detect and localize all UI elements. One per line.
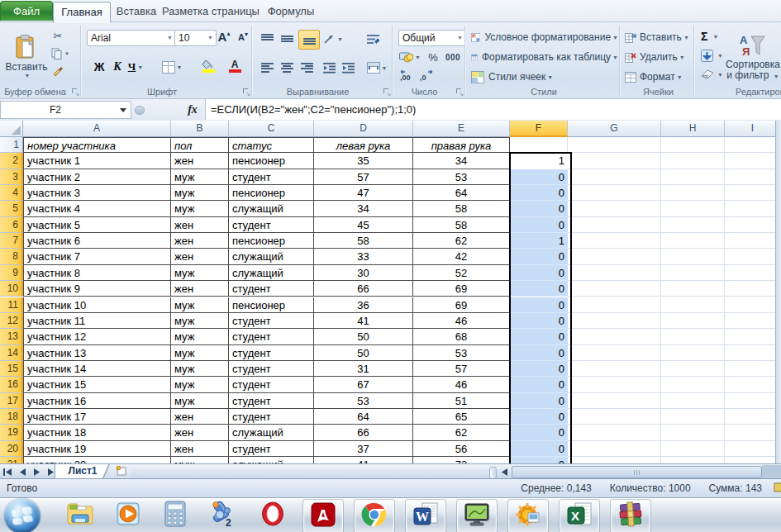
- cell-B16[interactable]: муж: [171, 377, 229, 392]
- cell-B12[interactable]: муж: [171, 313, 229, 329]
- excel-taskbar-button[interactable]: X: [560, 500, 599, 532]
- cell-I10[interactable]: [725, 281, 781, 297]
- cell-B11[interactable]: муж: [171, 297, 229, 313]
- cell-D16[interactable]: 67: [314, 377, 413, 392]
- cell-B8[interactable]: жен: [171, 249, 229, 264]
- cell-D2[interactable]: 35: [314, 153, 413, 169]
- cell-G5[interactable]: [568, 201, 661, 216]
- cell-I4[interactable]: [725, 185, 781, 201]
- paste-button[interactable]: Вставить ▼: [3, 26, 50, 86]
- cell-F11[interactable]: 0: [510, 297, 568, 313]
- cell-A1[interactable]: номер участника: [23, 137, 171, 153]
- cell-B9[interactable]: муж: [171, 265, 229, 281]
- shrink-font-button[interactable]: А ▾: [235, 30, 251, 45]
- cell-E11[interactable]: 69: [413, 297, 510, 313]
- cell-E21[interactable]: 73: [413, 457, 510, 463]
- cell-H18[interactable]: [661, 409, 725, 425]
- row-header-10[interactable]: 10: [0, 281, 23, 297]
- cut-button[interactable]: ✂: [50, 29, 65, 42]
- cell-E6[interactable]: 58: [413, 217, 510, 233]
- orientation-button[interactable]: ▼: [321, 31, 345, 46]
- row-header-6[interactable]: 6: [0, 217, 23, 233]
- formula-input[interactable]: =ЕСЛИ(И(B2="жен";C2="пенсионер");1;0): [205, 99, 781, 120]
- cell-A13[interactable]: участник 12: [23, 329, 171, 344]
- row-header-16[interactable]: 16: [0, 377, 23, 392]
- ribbon-tab-file[interactable]: Файл: [0, 1, 53, 21]
- row-header-1[interactable]: 1: [0, 137, 23, 153]
- cell-E9[interactable]: 52: [413, 265, 510, 281]
- bold-button[interactable]: Ж: [91, 59, 107, 74]
- increase-decimal-button[interactable]: ,00: [398, 68, 416, 83]
- tab-scroll-splitter[interactable]: [489, 467, 497, 479]
- cell-G7[interactable]: [568, 233, 661, 249]
- cell-C9[interactable]: служащий: [229, 265, 314, 281]
- format-as-table-button[interactable]: Форматировать как таблицу ▼: [471, 49, 618, 65]
- cell-C21[interactable]: служащий: [229, 457, 314, 463]
- cell-F15[interactable]: 0: [510, 361, 568, 377]
- grow-font-button[interactable]: А ▴: [215, 28, 233, 45]
- column-header-G[interactable]: G: [568, 121, 661, 137]
- row-header-3[interactable]: 3: [0, 169, 23, 185]
- column-header-D[interactable]: D: [314, 121, 413, 137]
- increase-indent-button[interactable]: [340, 60, 357, 75]
- cell-I15[interactable]: [725, 361, 781, 377]
- cell-F21[interactable]: 0: [510, 457, 568, 463]
- hscroll-left-arrow[interactable]: [499, 467, 510, 477]
- cell-C14[interactable]: студент: [229, 345, 314, 361]
- cell-I12[interactable]: [725, 313, 781, 329]
- cell-C7[interactable]: пенсионер: [229, 233, 314, 249]
- cell-F16[interactable]: 0: [510, 377, 568, 392]
- cell-C18[interactable]: студент: [229, 409, 314, 425]
- cell-G18[interactable]: [568, 409, 661, 425]
- cell-D17[interactable]: 53: [314, 393, 413, 409]
- cell-A6[interactable]: участник 5: [23, 217, 171, 233]
- cell-A9[interactable]: участник 8: [23, 265, 171, 281]
- worksheet-grid[interactable]: ABCDEFGHI 1номер участникаполстатуслевая…: [0, 121, 781, 463]
- ribbon-tab-разметка-страницы[interactable]: Разметка страницы: [160, 2, 261, 21]
- cell-D6[interactable]: 45: [314, 217, 413, 233]
- cell-G10[interactable]: [568, 281, 661, 297]
- column-header-H[interactable]: H: [661, 121, 725, 137]
- insert-cells-button[interactable]: Вставить ▼: [625, 29, 693, 45]
- column-header-A[interactable]: A: [23, 121, 171, 137]
- cell-G15[interactable]: [568, 361, 661, 377]
- ribbon-tab-главная[interactable]: Главная: [53, 2, 111, 23]
- cell-F14[interactable]: 0: [510, 345, 568, 361]
- cell-D4[interactable]: 47: [314, 185, 413, 201]
- cell-C17[interactable]: студент: [229, 393, 314, 409]
- borders-button[interactable]: ▼: [160, 59, 183, 74]
- number-dialog-launcher[interactable]: [455, 88, 464, 96]
- cell-G13[interactable]: [568, 329, 661, 344]
- cell-B13[interactable]: муж: [171, 329, 229, 344]
- align-middle-button[interactable]: [279, 31, 295, 46]
- fill-button[interactable]: ▼: [701, 48, 729, 63]
- hscroll-track[interactable]: [762, 465, 781, 479]
- cell-H21[interactable]: [661, 457, 725, 463]
- cell-G20[interactable]: [568, 441, 661, 457]
- row-header-9[interactable]: 9: [0, 265, 23, 281]
- cell-B6[interactable]: жен: [171, 217, 229, 233]
- cell-B14[interactable]: муж: [171, 345, 229, 361]
- cell-H10[interactable]: [661, 281, 725, 297]
- cell-A8[interactable]: участник 7: [23, 249, 171, 264]
- decrease-decimal-button[interactable]: ,0: [417, 68, 436, 83]
- cell-D8[interactable]: 33: [314, 249, 413, 264]
- cell-A2[interactable]: участник 1: [23, 153, 171, 169]
- cell-B15[interactable]: муж: [171, 361, 229, 377]
- cell-D7[interactable]: 58: [314, 233, 413, 249]
- align-bottom-button[interactable]: [298, 30, 320, 50]
- cell-D5[interactable]: 34: [314, 201, 413, 216]
- media-player-taskbar-button[interactable]: [109, 500, 147, 531]
- cell-F1[interactable]: [510, 137, 568, 153]
- column-header-F[interactable]: F: [510, 121, 568, 137]
- cell-H19[interactable]: [661, 425, 725, 440]
- cell-D10[interactable]: 66: [314, 281, 413, 297]
- cell-B7[interactable]: жен: [171, 233, 229, 249]
- row-header-19[interactable]: 19: [0, 425, 23, 440]
- cell-A10[interactable]: участник 9: [23, 281, 171, 297]
- align-top-button[interactable]: [259, 31, 275, 46]
- cell-D21[interactable]: 41: [314, 457, 413, 463]
- cell-H4[interactable]: [661, 185, 725, 201]
- cell-F2[interactable]: 1: [510, 153, 568, 169]
- first-sheet-button[interactable]: [2, 467, 13, 477]
